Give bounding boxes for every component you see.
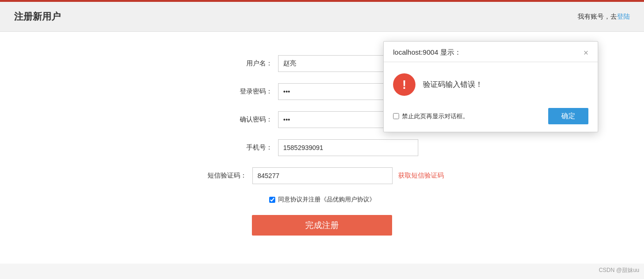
dialog-title: localhost:9004 显示：	[393, 48, 461, 57]
suppress-checkbox[interactable]	[393, 113, 399, 119]
dialog-body: ! 验证码输入错误！	[384, 62, 598, 103]
dialog-confirm-button[interactable]: 确定	[548, 108, 588, 124]
alert-dialog: localhost:9004 显示： × ! 验证码输入错误！ 禁止此页再显示对…	[383, 41, 598, 132]
dialog-overlay: localhost:9004 显示： × ! 验证码输入错误！ 禁止此页再显示对…	[0, 0, 644, 279]
dialog-footer: 禁止此页再显示对话框。 确定	[384, 103, 598, 132]
suppress-text: 禁止此页再显示对话框。	[402, 112, 469, 121]
exclamation-icon: !	[402, 79, 407, 91]
dialog-close-button[interactable]: ×	[583, 49, 588, 57]
error-icon: !	[393, 73, 415, 96]
suppress-label[interactable]: 禁止此页再显示对话框。	[393, 112, 469, 121]
dialog-header: localhost:9004 显示： ×	[384, 42, 598, 62]
dialog-message: 验证码输入错误！	[423, 80, 483, 90]
